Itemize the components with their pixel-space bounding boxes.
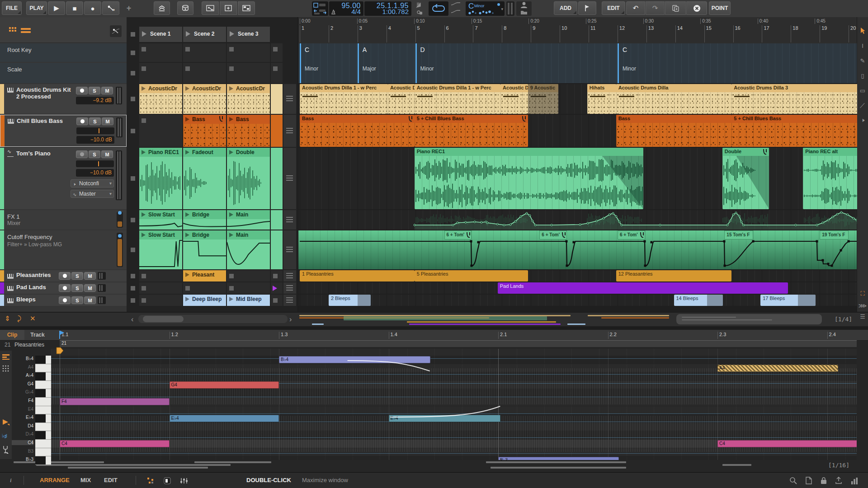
- arranger-clip[interactable]: 17 Bleeps: [760, 295, 815, 306]
- launcher-scrollbar[interactable]: [138, 315, 288, 323]
- clip-slot[interactable]: Mid Bleep: [227, 295, 270, 306]
- track-stop-button[interactable]: [131, 218, 135, 222]
- solo-button[interactable]: S: [71, 296, 83, 304]
- midi-note[interactable]: E♭4: [389, 415, 500, 422]
- fade-toggles[interactable]: [450, 1, 464, 16]
- clip-slot[interactable]: [139, 295, 182, 306]
- key-marker[interactable]: DMinor: [415, 43, 618, 83]
- key-signature-band[interactable]: CMinorAMajorDMinorCMinor: [298, 43, 857, 83]
- launcher-scroll-right-icon[interactable]: ›: [289, 315, 292, 324]
- white-key[interactable]: [35, 440, 51, 448]
- volume-fader[interactable]: [76, 127, 114, 134]
- mute-button[interactable]: M: [102, 117, 113, 125]
- arranger-clip[interactable]: Acoustic Drums Dilla 1 - w Perc: [415, 84, 500, 114]
- black-key[interactable]: [35, 372, 51, 381]
- clip-slot[interactable]: [271, 295, 283, 306]
- monitor-select[interactable]: Notconfi🕨: [71, 179, 114, 188]
- editor-ruler-label[interactable]: 1.3: [279, 332, 288, 339]
- arranger-clip[interactable]: Acoustic Drums Dilla 1 - w Perc: [300, 84, 388, 114]
- pointer-mode-button[interactable]: POINT: [709, 1, 731, 15]
- volume-value[interactable]: −10.0 dB: [76, 169, 114, 177]
- duplicate-button[interactable]: [665, 1, 686, 15]
- arranger-clip[interactable]: Piano REC alt: [803, 148, 866, 209]
- record-arm-button[interactable]: [76, 117, 88, 125]
- automation-write-button[interactable]: w: [102, 1, 119, 15]
- clip-region-bar[interactable]: 21: [60, 340, 857, 347]
- search-icon[interactable]: [789, 477, 797, 484]
- track-height-icon[interactable]: ⇕: [5, 314, 10, 323]
- arranger-clip[interactable]: Piano REC1: [415, 148, 644, 209]
- track-stop-button[interactable]: [131, 248, 135, 252]
- clip-slot[interactable]: Deep Bleep: [183, 295, 226, 306]
- clip-slot[interactable]: [283, 282, 296, 294]
- time-signature[interactable]: 4/4: [351, 8, 361, 15]
- knife-tool-icon[interactable]: ／: [857, 100, 868, 111]
- clip-slot[interactable]: [271, 210, 283, 230]
- track-stop-button[interactable]: [131, 298, 135, 303]
- arranger-clip[interactable]: Acoustic Drums Dilla: [616, 84, 732, 114]
- layout-mix-button[interactable]: MIX: [80, 477, 91, 483]
- track-row-bleeps[interactable]: BleepsSM: [0, 295, 127, 306]
- cutoff-clip-label[interactable]: 6 + Tom': [444, 230, 472, 239]
- editor-ruler-label[interactable]: 1.4: [389, 332, 397, 339]
- record-arm-button[interactable]: [76, 87, 88, 94]
- record-arm-button[interactable]: [59, 296, 71, 304]
- ruler-bar-number[interactable]: 20: [849, 25, 856, 42]
- midi-note[interactable]: A4: [717, 365, 838, 372]
- grid-snap-icon[interactable]: [2, 365, 9, 372]
- follow-arrows-icon[interactable]: ⋙: [857, 300, 868, 311]
- timeline-ruler[interactable]: 0:000:050:100:150:200:250:300:350:400:45…: [298, 17, 857, 44]
- arranger-track-pleasantries[interactable]: 1 Pleasantries5 Pleasantries12 Pleasantr…: [298, 270, 857, 282]
- time-select-tool-icon[interactable]: I: [857, 40, 868, 51]
- ruler-bar-number[interactable]: 3: [358, 25, 362, 42]
- track-row-rootkey[interactable]: Root Key: [0, 43, 127, 62]
- midi-note[interactable]: F4: [60, 398, 170, 405]
- clip-slot[interactable]: [283, 84, 296, 114]
- launcher-clip[interactable]: AcousticDr: [227, 84, 270, 114]
- record-arm-button[interactable]: [59, 284, 71, 292]
- cutoff-clip-label[interactable]: 6 + Tom': [539, 230, 567, 239]
- launcher-scroll-left-icon[interactable]: ‹: [131, 315, 133, 324]
- arranger-timeline[interactable]: 0:000:050:100:150:200:250:300:350:400:45…: [298, 17, 857, 312]
- pointer-tool-icon[interactable]: [857, 25, 868, 36]
- clip-slot[interactable]: Slow Start: [139, 210, 182, 230]
- record-arm-button[interactable]: [76, 150, 88, 158]
- clip-slot[interactable]: [183, 43, 226, 62]
- cutoff-clip-label[interactable]: 19 Tom's F: [820, 230, 849, 239]
- mute-button[interactable]: M: [101, 87, 113, 94]
- add-track-panel-button[interactable]: [220, 1, 237, 15]
- eraser-tool-icon[interactable]: ▭: [857, 85, 868, 96]
- ruler-bar-number[interactable]: 8: [502, 25, 506, 42]
- ruler-bar-number[interactable]: 2: [329, 25, 333, 42]
- arranger-track-fx[interactable]: [298, 210, 857, 230]
- midi-note[interactable]: E♭4: [170, 415, 279, 422]
- cue-marker-button[interactable]: [578, 1, 596, 15]
- editor-ruler-label[interactable]: 2.1: [498, 332, 507, 339]
- launcher-clip[interactable]: Bridge: [183, 210, 226, 230]
- close-selection-icon[interactable]: ✕: [30, 314, 36, 323]
- launcher-clip[interactable]: Double: [227, 148, 270, 209]
- white-key[interactable]: [35, 423, 51, 432]
- solo-button[interactable]: S: [71, 272, 83, 280]
- mute-button[interactable]: M: [84, 272, 96, 280]
- black-key[interactable]: [35, 356, 51, 364]
- solo-button[interactable]: S: [89, 87, 100, 94]
- track-stop-button[interactable]: [131, 97, 135, 101]
- ruler-bar-number[interactable]: 13: [646, 25, 654, 42]
- clip-slot[interactable]: Slow Start: [139, 230, 182, 269]
- white-key[interactable]: [35, 364, 51, 373]
- mute-button[interactable]: M: [84, 284, 96, 292]
- arranger-track-bleeps[interactable]: 2 Bleeps14 Bleeps17 Bleeps: [298, 295, 857, 306]
- file-menu-button[interactable]: FILE: [2, 1, 22, 15]
- launcher-clip[interactable]: AcousticDr: [183, 84, 226, 114]
- white-key[interactable]: [35, 406, 51, 415]
- launcher-clip[interactable]: AcousticDr: [139, 84, 182, 114]
- clip-slot[interactable]: [283, 148, 296, 209]
- midi-note[interactable]: C4: [60, 440, 170, 447]
- arranger-clip[interactable]: Bass: [300, 115, 415, 147]
- cutoff-clip-label[interactable]: 6 + Tom': [618, 230, 645, 239]
- edit-menu-button[interactable]: EDIT: [602, 1, 625, 15]
- clip-slot[interactable]: AcousticDr: [227, 84, 270, 114]
- upload-icon[interactable]: [835, 477, 842, 484]
- note-lanes-icon[interactable]: [2, 354, 9, 360]
